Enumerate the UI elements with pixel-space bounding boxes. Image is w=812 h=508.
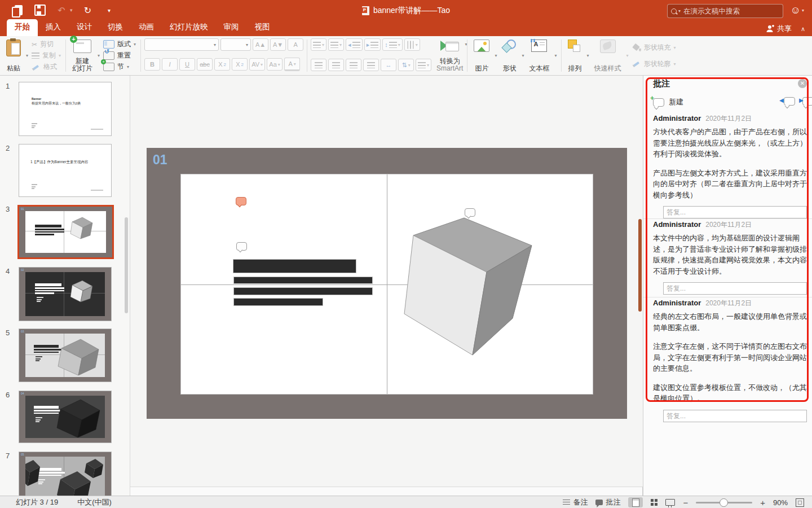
undo-caret-icon[interactable]: ▾ [70,7,73,13]
slide-thumbnail-6[interactable]: 04 [19,391,112,443]
save-icon[interactable] [34,4,46,16]
slide-thumbnail-3-selected[interactable]: 01 [17,205,114,259]
main-vertical-scrollbar[interactable] [638,219,642,312]
previous-comment-button[interactable]: ◀ [784,97,795,106]
next-comment-button[interactable]: ▶ [802,97,812,106]
text-placeholder-bar[interactable] [234,288,372,295]
new-comment-button[interactable]: + 新建 [653,97,683,107]
notes-toggle-button[interactable]: 备注 [563,497,588,507]
new-slide-button[interactable]: 新建 幻灯片 [70,38,94,73]
align-right-button[interactable] [346,59,361,71]
section-button[interactable]: 节 ▾ [103,62,136,72]
increase-indent-button[interactable]: ▸ [364,38,381,51]
tab-design[interactable]: 设计 [69,19,100,36]
font-name-select[interactable]: ▾ [144,38,219,51]
redo-icon[interactable]: ↻ [82,4,94,16]
tab-view[interactable]: 视图 [247,19,278,36]
picture-button[interactable]: 图片 [472,38,491,73]
slideshow-view-icon[interactable] [665,499,675,506]
arrange-caret-icon[interactable]: ▾ [586,53,589,58]
slide-canvas[interactable]: 01 [147,148,627,419]
normal-view-button[interactable] [628,497,643,507]
align-text-button[interactable]: ▾ [416,59,431,71]
feedback-button[interactable]: ☺ ▾ [791,5,804,16]
fit-to-window-icon[interactable] [796,498,804,507]
align-center-button[interactable] [328,59,344,71]
new-document-icon[interactable] [12,4,25,16]
shape-outline-button[interactable]: 形状轮廓 ▾ [632,59,676,69]
share-button[interactable]: 共享 [765,24,792,34]
reply-input[interactable] [663,206,807,218]
paste-caret-icon[interactable]: ▾ [26,53,28,58]
comment-marker-icon[interactable] [236,242,247,251]
distribute-text-button[interactable]: ↔ [381,59,396,71]
zoom-level[interactable]: 90% [773,498,788,507]
shapes-button[interactable]: 形状 [500,38,518,73]
text-placeholder-bar[interactable] [234,277,372,283]
toolbar-options-icon[interactable]: ▾ [103,4,116,16]
reply-input[interactable] [663,282,807,295]
quick-styles-button[interactable]: 快速样式 [593,38,623,73]
tab-review[interactable]: 审阅 [216,19,247,36]
grow-font-button[interactable]: A▲ [253,38,268,51]
bullets-button[interactable]: ▾ [311,38,326,51]
copy-button[interactable]: 复制 ▾ [32,51,61,61]
reset-button[interactable]: 重置 [103,51,136,61]
shape-fill-button[interactable]: 形状填充 ▾ [632,42,676,52]
picture-caret-icon[interactable]: ▾ [495,53,497,58]
undo-icon[interactable]: ↶ [55,4,68,16]
comment-marker-active-icon[interactable] [236,197,246,205]
paste-button[interactable]: 粘贴 [5,38,23,73]
textbox-caret-icon[interactable]: ▾ [554,53,557,58]
font-size-select[interactable]: ▾ [220,38,251,51]
collapse-ribbon-icon[interactable]: ∧ [801,25,805,33]
search-input[interactable] [682,7,769,16]
tab-transitions[interactable]: 切换 [100,19,131,36]
cube-graphic[interactable] [181,174,593,394]
tab-home[interactable]: 开始 [7,19,38,36]
format-painter-button[interactable]: 格式 [32,62,61,72]
justify-button[interactable] [363,59,379,71]
columns-button[interactable]: ▾ [404,38,420,51]
new-slide-caret-icon[interactable]: ▾ [98,53,100,58]
bold-button[interactable]: B [144,58,160,71]
slide-content-area[interactable] [180,174,593,395]
zoom-in-button[interactable]: + [760,498,765,507]
zoom-slider-knob[interactable] [720,498,728,507]
numbering-button[interactable]: ▾ [328,38,344,51]
main-horizontal-scroll-area[interactable] [130,487,643,496]
search-box[interactable]: ▾ [667,4,783,18]
slide-sorter-view-icon[interactable] [651,499,657,506]
reply-input[interactable] [663,410,807,422]
align-left-button[interactable] [311,59,326,71]
zoom-slider[interactable] [696,502,752,503]
arrange-button[interactable]: 排列 [566,38,583,73]
tab-slideshow[interactable]: 幻灯片放映 [162,19,216,36]
slide-thumbnail-4[interactable]: 02 [19,267,112,321]
clear-formatting-button[interactable]: A [288,38,303,51]
slide-thumbnail-1[interactable]: Banner 根据常用内容来说，一般分为2类 [19,82,112,136]
strikethrough-button[interactable]: abc [197,58,213,71]
textbox-button[interactable]: A 文本框 [527,38,551,73]
underline-button[interactable]: U [179,58,195,71]
font-color-button[interactable]: A▾ [284,58,300,71]
comments-toggle-button[interactable]: 批注 [595,497,620,507]
cut-button[interactable]: ✂ 剪切 [32,40,61,50]
shapes-caret-icon[interactable]: ▾ [522,53,524,58]
slide-position-indicator[interactable]: 幻灯片 3 / 19 [16,497,58,507]
text-direction-button[interactable]: ⇅▾ [398,59,414,71]
close-icon[interactable]: ✕ [798,79,807,88]
superscript-button[interactable]: X2 [214,58,230,71]
quick-styles-caret-icon[interactable]: ▾ [626,53,629,58]
character-spacing-button[interactable]: AV▾ [249,58,265,71]
italic-button[interactable]: I [162,58,178,71]
tab-animations[interactable]: 动画 [131,19,162,36]
shrink-font-button[interactable]: A▼ [270,38,286,51]
subscript-button[interactable]: X2 [232,58,248,71]
language-indicator[interactable]: 中文(中国) [77,497,112,507]
line-spacing-button[interactable]: ↕▾ [382,38,403,51]
text-placeholder-bar[interactable] [233,260,356,273]
slide-thumbnail-7[interactable]: 05 [19,452,112,496]
change-case-button[interactable]: Aa▾ [267,58,283,71]
decrease-indent-button[interactable]: ◂ [346,38,363,51]
